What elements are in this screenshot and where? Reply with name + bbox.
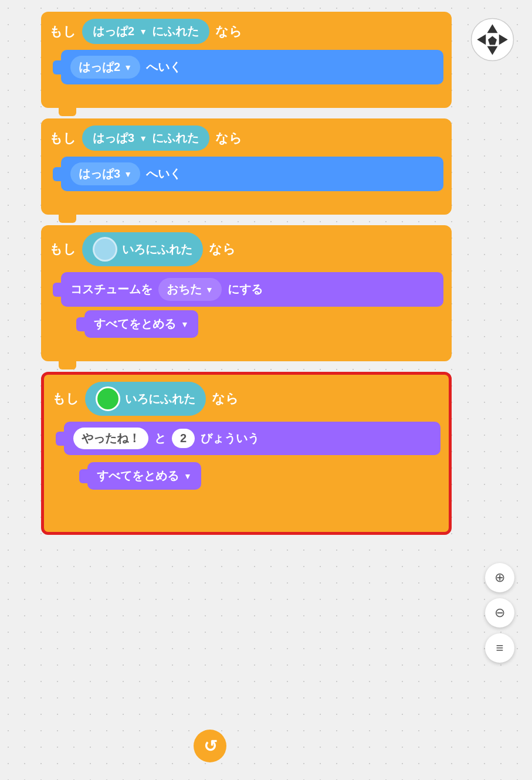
costume-block[interactable]: コスチュームを おちた ▼ にする bbox=[61, 272, 443, 307]
happa2-action-arrow[interactable]: ▼ bbox=[124, 63, 132, 72]
condition-row-green: もし いろにふれた なら bbox=[52, 382, 440, 416]
say-unit: びょういう bbox=[201, 430, 259, 446]
if-block-happa3: もし はっぱ3 ▼ にふれた なら はっぱ3 ▼ へいく bbox=[41, 118, 452, 215]
happa2-label: はっぱ2 bbox=[93, 23, 134, 39]
happa3-action-subject: はっぱ3 bbox=[79, 166, 120, 182]
moshi-label-1: もし bbox=[49, 23, 76, 40]
soccer-ball-icon bbox=[470, 18, 514, 62]
inner-blocks-2: はっぱ3 ▼ へいく bbox=[61, 157, 443, 195]
undo-section: ↺ bbox=[194, 730, 226, 762]
zoom-in-icon: ⊕ bbox=[494, 570, 505, 585]
happa3-condition-pill[interactable]: はっぱ3 ▼ にふれた bbox=[82, 126, 209, 151]
green-condition-pill[interactable]: いろにふれた bbox=[85, 382, 206, 416]
condition-row-lightblue: もし いろにふれた なら bbox=[49, 232, 443, 266]
if-block-lightblue: もし いろにふれた なら コスチュームを おちた ▼ にする すべてをとめる ▼ bbox=[41, 225, 452, 361]
stop-dropdown-arrow-1[interactable]: ▼ bbox=[181, 320, 189, 329]
zoom-out-icon: ⊖ bbox=[494, 605, 505, 620]
happa2-action-subject: はっぱ2 bbox=[79, 59, 120, 75]
happa2-action-block[interactable]: はっぱ2 ▼ へいく bbox=[61, 50, 443, 84]
happa2-action-pill[interactable]: はっぱ2 ▼ bbox=[70, 56, 140, 79]
lightblue-verb: いろにふれた bbox=[122, 242, 192, 257]
happa2-condition-pill[interactable]: はっぱ2 ▼ にふれた bbox=[82, 19, 209, 44]
say-duration-bubble[interactable]: 2 bbox=[172, 429, 195, 448]
green-verb: いろにふれた bbox=[125, 391, 195, 407]
menu-icon: ≡ bbox=[496, 640, 504, 656]
green-circle[interactable] bbox=[96, 386, 120, 411]
undo-icon: ↺ bbox=[204, 737, 217, 756]
say-text-bubble[interactable]: やったね！ bbox=[73, 428, 148, 449]
say-block[interactable]: やったね！ と 2 びょういう bbox=[64, 422, 440, 455]
lightblue-condition-pill[interactable]: いろにふれた bbox=[82, 232, 203, 266]
moshi-label-3: もし bbox=[49, 240, 76, 258]
condition-row-happa2: もし はっぱ2 ▼ にふれた なら bbox=[49, 19, 443, 44]
stop-label-2: すべてをとめる bbox=[97, 468, 179, 484]
nara-label-1: なら bbox=[215, 23, 242, 40]
undo-button[interactable]: ↺ bbox=[194, 730, 226, 762]
happa3-label: はっぱ3 bbox=[93, 130, 134, 146]
happa3-verb: にふれた bbox=[152, 130, 199, 146]
light-blue-circle[interactable] bbox=[93, 237, 117, 262]
costume-label: コスチュームを bbox=[70, 282, 153, 297]
happa2-action-verb: へいく bbox=[146, 59, 181, 75]
say-text: やったね！ bbox=[82, 432, 140, 445]
if-block-green: もし いろにふれた なら やったね！ と 2 びょういう すべてをとめる bbox=[41, 372, 452, 535]
costume-value-pill[interactable]: おちた ▼ bbox=[158, 278, 222, 301]
say-duration: 2 bbox=[180, 432, 187, 445]
nara-label-3: なら bbox=[209, 240, 236, 258]
happa2-verb: にふれた bbox=[152, 23, 199, 39]
menu-button[interactable]: ≡ bbox=[485, 633, 514, 663]
zoom-controls: ⊕ ⊖ ≡ bbox=[485, 563, 514, 663]
inner-blocks-3: コスチュームを おちた ▼ にする すべてをとめる ▼ bbox=[61, 272, 443, 341]
if-block-happa2: もし はっぱ2 ▼ にふれた なら はっぱ2 ▼ へいく bbox=[41, 12, 452, 108]
costume-value: おちた bbox=[167, 282, 202, 297]
nara-label-2: なら bbox=[215, 130, 242, 147]
happa2-dropdown-arrow[interactable]: ▼ bbox=[139, 27, 147, 36]
happa3-dropdown-arrow[interactable]: ▼ bbox=[139, 134, 147, 143]
zoom-out-button[interactable]: ⊖ bbox=[485, 598, 514, 628]
happa3-action-arrow[interactable]: ▼ bbox=[124, 169, 132, 179]
stop-dropdown-arrow-2[interactable]: ▼ bbox=[184, 472, 192, 481]
inner-blocks-1: はっぱ2 ▼ へいく bbox=[61, 50, 443, 88]
inner-blocks-4: やったね！ と 2 びょういう すべてをとめる ▼ bbox=[64, 422, 440, 493]
happa3-action-verb: へいく bbox=[146, 166, 181, 182]
to-connector: と bbox=[154, 430, 166, 446]
moshi-label-2: もし bbox=[49, 130, 76, 147]
ni-suru-label: にする bbox=[228, 282, 263, 297]
stop-block-1[interactable]: すべてをとめる ▼ bbox=[84, 310, 198, 338]
stop-label-1: すべてをとめる bbox=[94, 316, 176, 332]
moshi-label-4: もし bbox=[52, 390, 79, 408]
stop-block-2[interactable]: すべてをとめる ▼ bbox=[87, 462, 201, 490]
condition-row-happa3: もし はっぱ3 ▼ にふれた なら bbox=[49, 126, 443, 151]
happa3-action-block[interactable]: はっぱ3 ▼ へいく bbox=[61, 157, 443, 191]
nara-label-4: なら bbox=[212, 390, 239, 408]
zoom-in-button[interactable]: ⊕ bbox=[485, 563, 514, 592]
costume-dropdown-arrow[interactable]: ▼ bbox=[205, 285, 214, 294]
happa3-action-pill[interactable]: はっぱ3 ▼ bbox=[70, 162, 140, 185]
